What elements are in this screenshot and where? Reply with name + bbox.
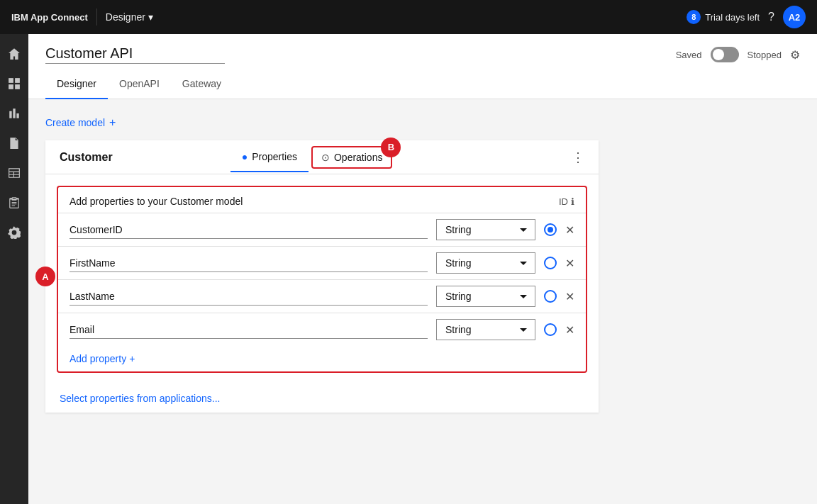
model-tab-operations-label: Operations [334,152,382,163]
model-tabs: ● Properties B ⊙ Operations [230,142,572,172]
trial-badge: 8 Trial days left [687,10,760,24]
stopped-label: Stopped [747,50,782,60]
properties-id-area: ID ℹ [559,196,574,207]
property-delete-lastname[interactable]: ✕ [565,290,574,303]
add-property-link[interactable]: Add property [70,353,126,364]
property-delete-email[interactable]: ✕ [565,323,574,337]
model-card: A Customer ● Properties B ⊙ Operations [45,140,599,413]
sidebar-item-settings[interactable] [0,218,28,247]
svg-rect-3 [15,84,20,89]
tab-designer[interactable]: Designer [45,69,108,99]
property-delete-customerid[interactable]: ✕ [565,223,574,237]
sidebar-item-home[interactable] [0,40,28,68]
clipboard-icon [8,196,21,209]
annotation-badge-b: B [381,138,401,157]
nav-divider [96,9,97,26]
table-icon [8,167,21,179]
main-content: Saved Stopped ⚙ Designer OpenAPI Gateway… [28,34,817,504]
help-icon[interactable]: ? [768,11,774,23]
trial-days-number: 8 [687,10,701,24]
api-toggle[interactable] [711,47,739,62]
home-icon [8,47,21,60]
model-card-header: Customer ● Properties B ⊙ Operations ⋮ [45,140,599,174]
properties-dot-icon: ● [242,151,248,162]
tab-openapi-label: OpenAPI [119,78,160,89]
svg-rect-0 [9,78,13,83]
saved-label: Saved [676,50,702,60]
property-name-email[interactable] [70,321,428,339]
user-avatar[interactable]: A2 [783,6,806,28]
properties-section-header: Add properties to your Customer model ID… [58,187,586,213]
trial-days-label: Trial days left [705,12,760,23]
property-row-firstname: StringNumberBooleanDate ✕ [58,246,586,279]
chart-icon [8,107,21,120]
property-id-radio-email[interactable] [544,323,557,336]
content-area: Create model + A Customer ● Properties B [28,99,817,504]
svg-rect-1 [15,78,20,83]
main-tabs-bar: Designer OpenAPI Gateway [28,69,817,99]
create-model-bar: Create model + [45,116,800,129]
select-properties-section: Select properties from applications... [45,384,599,413]
designer-nav[interactable]: Designer ▾ [106,11,153,23]
property-type-customerid[interactable]: StringNumberBooleanDate [436,219,535,240]
model-tab-properties-label: Properties [252,151,297,162]
top-nav: IBM App Connect Designer ▾ 8 Trial days … [0,0,817,34]
sidebar-item-table[interactable] [0,159,28,187]
brand-logo: IBM App Connect [11,12,88,23]
property-type-lastname[interactable]: StringNumberBooleanDate [436,286,535,307]
id-info-icon[interactable]: ℹ [571,196,574,207]
grid-icon [8,77,21,90]
property-id-radio-firstname[interactable] [544,257,557,269]
sidebar-item-documents[interactable] [0,129,28,157]
add-property-row: Add property + [58,346,586,371]
model-card-menu-icon[interactable]: ⋮ [572,150,584,165]
id-label: ID [559,196,568,207]
create-model-plus-icon[interactable]: + [109,116,116,129]
model-tab-operations[interactable]: B ⊙ Operations [311,146,392,169]
annotation-badge-a: A [35,267,55,286]
sidebar-item-clipboard[interactable] [0,189,28,217]
property-row-email: StringNumberBooleanDate ✕ [58,313,586,346]
property-row-lastname: StringNumberBooleanDate ✕ [58,279,586,313]
property-delete-firstname[interactable]: ✕ [565,257,574,270]
model-name: Customer [60,151,230,164]
tab-gateway[interactable]: Gateway [171,69,233,99]
property-row-customerid: StringNumberBooleanDate ✕ [58,213,586,246]
designer-label: Designer [106,11,145,23]
model-tab-properties[interactable]: ● Properties [230,142,309,172]
page-settings-icon[interactable]: ⚙ [790,48,800,62]
tab-openapi[interactable]: OpenAPI [108,69,171,99]
chevron-down-icon: ▾ [148,11,153,23]
brand-area: IBM App Connect [11,12,88,23]
page-header: Saved Stopped ⚙ [28,34,817,64]
property-type-email[interactable]: StringNumberBooleanDate [436,319,535,340]
select-properties-link[interactable]: Select properties from applications... [60,393,220,404]
operations-icon: ⊙ [321,152,330,163]
page-title-input[interactable] [45,45,225,64]
property-type-firstname[interactable]: StringNumberBooleanDate [436,252,535,274]
property-name-firstname[interactable] [70,254,428,272]
properties-section: Add properties to your Customer model ID… [57,186,587,373]
property-id-radio-customerid[interactable] [544,223,557,236]
sidebar [0,34,28,504]
property-id-radio-lastname[interactable] [544,290,557,303]
settings-icon [8,226,21,239]
create-model-link[interactable]: Create model [45,117,105,128]
property-name-lastname[interactable] [70,288,428,306]
svg-rect-2 [9,84,13,89]
page-header-right: Saved Stopped ⚙ [676,47,800,62]
sidebar-item-dashboard[interactable] [0,69,28,98]
document-icon [8,137,21,150]
add-property-plus-icon[interactable]: + [129,353,135,364]
tab-gateway-label: Gateway [182,78,221,89]
properties-section-title: Add properties to your Customer model [70,196,243,207]
tab-designer-label: Designer [57,78,96,89]
sidebar-item-analytics[interactable] [0,99,28,128]
nav-right: 8 Trial days left ? A2 [687,6,806,28]
property-name-customerid[interactable] [70,221,428,239]
